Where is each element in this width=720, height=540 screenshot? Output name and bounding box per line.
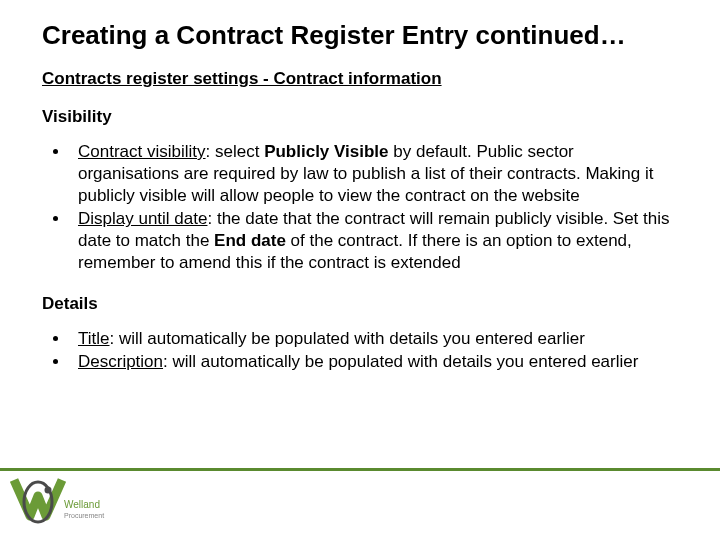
visibility-list: Contract visibility: select Publicly Vis… <box>0 127 720 274</box>
welland-logo-icon: Welland Procurement <box>8 476 108 534</box>
svg-text:Welland: Welland <box>64 499 100 510</box>
slide: Creating a Contract Register Entry conti… <box>0 0 720 540</box>
visibility-heading: Visibility <box>0 89 720 127</box>
item-label: Display until date <box>78 209 207 228</box>
logo: Welland Procurement <box>8 476 108 534</box>
item-label: Contract visibility <box>78 142 206 161</box>
page-title: Creating a Contract Register Entry conti… <box>0 0 720 65</box>
item-label: Title <box>78 329 110 348</box>
list-item: Description: will automatically be popul… <box>70 351 678 373</box>
list-item: Title: will automatically be populated w… <box>70 328 678 350</box>
list-item: Display until date: the date that the co… <box>70 208 678 273</box>
details-heading: Details <box>0 276 720 314</box>
list-item: Contract visibility: select Publicly Vis… <box>70 141 678 206</box>
svg-text:Procurement: Procurement <box>64 512 104 519</box>
section-subtitle: Contracts register settings - Contract i… <box>0 65 720 89</box>
details-list: Title: will automatically be populated w… <box>0 314 720 374</box>
item-label: Description <box>78 352 163 371</box>
svg-point-1 <box>45 487 52 494</box>
footer-divider <box>0 468 720 471</box>
